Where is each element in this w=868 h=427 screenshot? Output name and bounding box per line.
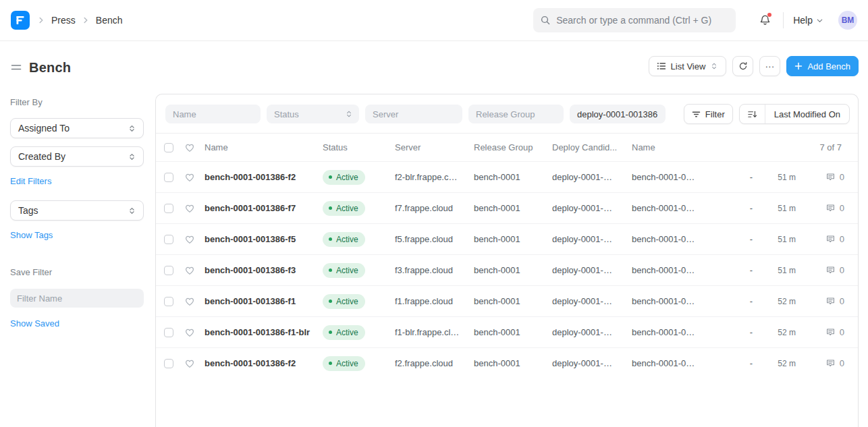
deploy-candidate-cell: deploy-0001-…: [552, 265, 632, 275]
row-checkbox[interactable]: [164, 297, 173, 306]
deploy-candidate-cell: deploy-0001-…: [552, 203, 632, 213]
more-options-button[interactable]: ...: [759, 56, 780, 76]
table-row[interactable]: bench-0001-001386-f2 Active f2-blr.frapp…: [156, 161, 858, 192]
comments-cell: 0: [797, 327, 847, 337]
show-tags-link[interactable]: Show Tags: [10, 230, 53, 240]
filter-button[interactable]: Filter: [684, 104, 733, 124]
filter-status-select[interactable]: Status: [267, 105, 359, 123]
search-input[interactable]: [556, 15, 729, 26]
frappe-f-icon: [16, 16, 25, 25]
tags-select[interactable]: Tags: [10, 200, 144, 221]
assigned-to-select[interactable]: Assigned To: [10, 118, 144, 138]
breadcrumb-item-bench[interactable]: Bench: [96, 15, 123, 26]
sidebar-toggle-icon[interactable]: [10, 61, 22, 74]
status-dot-icon: [329, 237, 332, 241]
filter-server-field[interactable]: [365, 105, 462, 123]
notifications-button[interactable]: [757, 13, 772, 28]
bench-name: bench-0001-001386-f3: [205, 265, 323, 275]
sort-button[interactable]: [740, 105, 765, 123]
table-row[interactable]: bench-0001-001386-f3 Active f3.frappe.cl…: [156, 254, 858, 285]
modified-cell: 52 m: [763, 359, 797, 368]
chevron-right-icon: [81, 16, 90, 25]
status-dot-icon: [329, 362, 332, 365]
breadcrumb-item-press[interactable]: Press: [51, 15, 76, 26]
frappe-logo[interactable]: [11, 11, 30, 30]
sort-control[interactable]: Last Modified On: [739, 104, 850, 124]
header-server[interactable]: Server: [395, 142, 474, 152]
avatar[interactable]: BM: [838, 11, 857, 30]
comment-icon: [825, 296, 836, 306]
status-label: Active: [336, 297, 358, 306]
row-checkbox[interactable]: [164, 235, 173, 244]
comments-cell: 0: [797, 296, 847, 306]
comment-count: 0: [840, 172, 844, 182]
name2-cell: bench-0001-0…: [632, 296, 739, 306]
filter-by-label: Filter By: [10, 97, 144, 107]
filter-release-group-field[interactable]: [468, 105, 564, 123]
favorite-heart-icon[interactable]: [184, 172, 205, 183]
created-by-label: Created By: [18, 151, 65, 162]
row-checkbox[interactable]: [164, 204, 173, 213]
header-status[interactable]: Status: [323, 142, 395, 152]
edit-filters-link[interactable]: Edit Filters: [10, 176, 51, 186]
table-row[interactable]: bench-0001-001386-f5 Active f5.frappe.cl…: [156, 223, 858, 254]
favorite-heart-icon[interactable]: [184, 296, 205, 307]
breadcrumb: Press Bench: [36, 15, 123, 26]
topbar: Press Bench Help BM: [0, 0, 868, 41]
row-checkbox[interactable]: [164, 173, 173, 182]
header-release-group[interactable]: Release Group: [474, 142, 552, 152]
server-cell: f2-blr.frappe.c…: [395, 172, 474, 182]
assigned-to-label: Assigned To: [18, 123, 70, 134]
tag-cell: -: [739, 296, 763, 306]
name2-cell: bench-0001-0…: [632, 203, 739, 213]
row-checkbox[interactable]: [164, 328, 173, 337]
select-all-checkbox[interactable]: [164, 143, 173, 152]
status-badge: Active: [323, 201, 365, 216]
tag-cell: -: [739, 203, 763, 213]
row-checkbox[interactable]: [164, 359, 173, 368]
header-deploy-candidate[interactable]: Deploy Candid...: [552, 142, 632, 152]
header-name2[interactable]: Name: [632, 142, 739, 152]
favorite-heart-icon[interactable]: [184, 203, 205, 214]
content: Bench Filter By Assigned To Created By E…: [0, 41, 868, 427]
favorite-heart-icon[interactable]: [184, 265, 205, 276]
deploy-candidate-cell: deploy-0001-…: [552, 172, 632, 182]
refresh-button[interactable]: [732, 56, 753, 76]
list-view-select[interactable]: List View: [649, 56, 727, 76]
tag-cell: -: [739, 265, 763, 275]
show-saved-link[interactable]: Show Saved: [10, 318, 59, 329]
page-title: Bench: [29, 60, 71, 76]
filter-deploy-candidate-field[interactable]: [570, 105, 666, 123]
status-badge: Active: [323, 170, 365, 185]
favorite-heart-icon[interactable]: [184, 358, 205, 369]
comments-cell: 0: [797, 234, 847, 244]
add-bench-button[interactable]: Add Bench: [786, 56, 859, 76]
command-search[interactable]: [533, 8, 736, 32]
comment-icon: [825, 358, 836, 368]
status-dot-icon: [329, 331, 332, 334]
favorite-heart-icon: [184, 142, 205, 153]
modified-cell: 52 m: [763, 297, 797, 306]
favorite-heart-icon[interactable]: [184, 234, 205, 245]
sort-descending-icon: [747, 109, 757, 119]
header-name[interactable]: Name: [205, 142, 323, 152]
row-checkbox[interactable]: [164, 266, 173, 275]
main-area: List View ... Add Bench: [154, 41, 868, 427]
filter-status-placeholder: Status: [274, 109, 299, 119]
comment-icon: [825, 327, 836, 337]
created-by-select[interactable]: Created By: [10, 146, 144, 167]
status-badge: Active: [323, 356, 365, 371]
table-row[interactable]: bench-0001-001386-f1-blr Active f1-blr.f…: [156, 316, 858, 347]
sort-field-label[interactable]: Last Modified On: [765, 109, 849, 119]
help-menu[interactable]: Help: [793, 15, 823, 26]
bench-name: bench-0001-001386-f1-blr: [205, 327, 323, 337]
filter-name-field[interactable]: [165, 105, 261, 123]
name2-cell: bench-0001-0…: [632, 172, 739, 182]
list-icon: [657, 61, 666, 71]
table-row[interactable]: bench-0001-001386-f7 Active f7.frappe.cl…: [156, 192, 858, 223]
favorite-heart-icon[interactable]: [184, 327, 205, 338]
table-row[interactable]: bench-0001-001386-f1 Active f1.frappe.cl…: [156, 285, 858, 316]
filter-name-input[interactable]: [10, 289, 144, 308]
comment-count: 0: [840, 327, 844, 337]
table-row[interactable]: bench-0001-001386-f2 Active f2.frappe.cl…: [156, 347, 858, 378]
